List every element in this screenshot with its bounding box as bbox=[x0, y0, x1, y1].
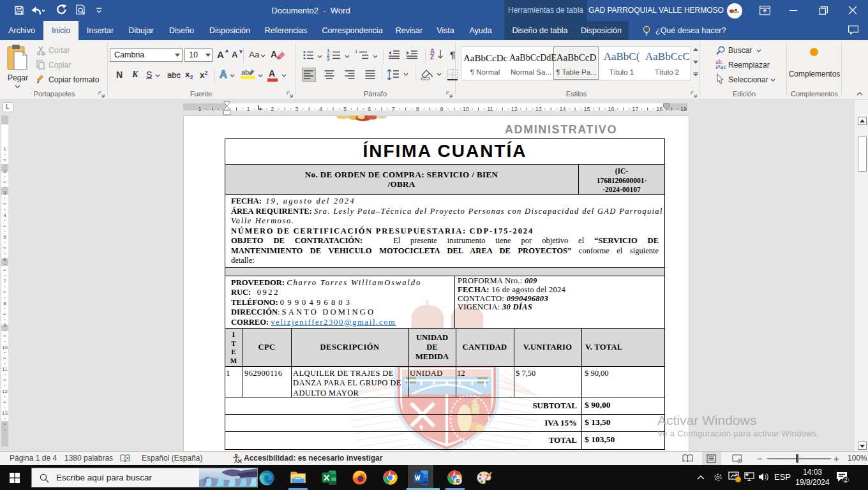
svg-text:1: 1 bbox=[3, 146, 6, 152]
svg-text:13: 13 bbox=[535, 106, 542, 112]
svg-text:2: 2 bbox=[844, 477, 848, 483]
svg-text:5: 5 bbox=[343, 106, 347, 112]
svg-text:17: 17 bbox=[632, 106, 638, 112]
svg-text:12: 12 bbox=[2, 389, 8, 394]
svg-text:6: 6 bbox=[3, 256, 6, 262]
svg-text:11: 11 bbox=[2, 366, 8, 372]
svg-text:10: 10 bbox=[2, 345, 8, 350]
svg-text:14: 14 bbox=[560, 106, 566, 112]
svg-text:2: 2 bbox=[3, 168, 6, 174]
svg-text:18: 18 bbox=[656, 106, 662, 112]
svg-text:8: 8 bbox=[3, 301, 6, 306]
svg-text:7: 7 bbox=[3, 278, 6, 284]
svg-text:11: 11 bbox=[487, 106, 493, 112]
svg-text:16: 16 bbox=[608, 106, 614, 112]
svg-text:6: 6 bbox=[368, 106, 371, 112]
svg-text:3: 3 bbox=[295, 106, 298, 112]
svg-text:7: 7 bbox=[392, 106, 395, 112]
svg-text:4: 4 bbox=[3, 212, 6, 218]
svg-text:9: 9 bbox=[440, 106, 444, 112]
svg-text:12: 12 bbox=[511, 106, 518, 112]
svg-text:5: 5 bbox=[3, 234, 6, 240]
svg-text:9: 9 bbox=[3, 322, 6, 328]
svg-text:10: 10 bbox=[463, 106, 469, 112]
svg-text:15: 15 bbox=[583, 106, 590, 112]
svg-text:4: 4 bbox=[319, 106, 322, 112]
svg-text:1: 1 bbox=[246, 106, 250, 112]
svg-text:8: 8 bbox=[416, 106, 419, 112]
svg-text:3: 3 bbox=[3, 190, 6, 196]
svg-text:2: 2 bbox=[271, 106, 274, 112]
svg-text:13: 13 bbox=[2, 410, 8, 416]
svg-text:1: 1 bbox=[198, 106, 202, 112]
svg-text:19: 19 bbox=[680, 106, 687, 112]
